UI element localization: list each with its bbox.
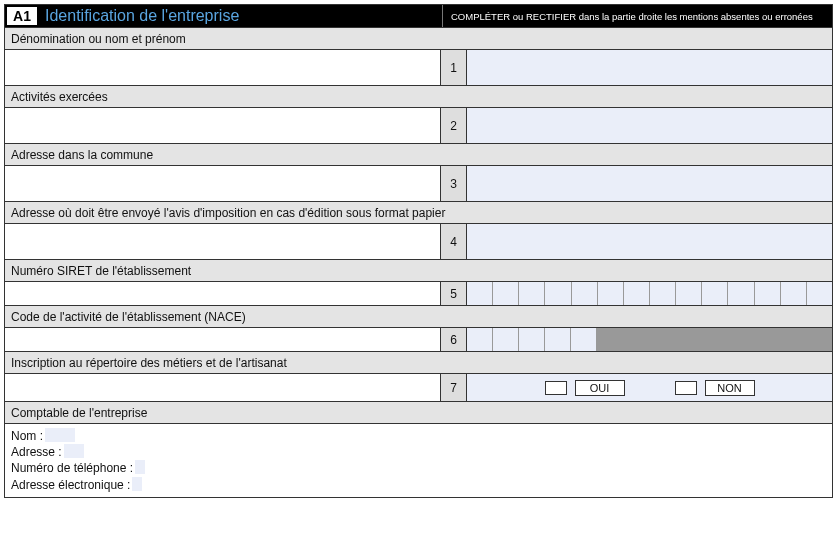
- display-nace: [5, 328, 441, 351]
- row-denomination: 1: [5, 49, 832, 85]
- section-title: Identification de l'entreprise: [37, 5, 442, 27]
- label-siret: Numéro SIRET de l'établissement: [5, 259, 832, 281]
- comptable-email-line: Adresse électronique :: [11, 477, 826, 493]
- comptable-adresse-value[interactable]: [64, 444, 84, 458]
- siret-digit[interactable]: [650, 282, 676, 305]
- nace-grid: [467, 328, 832, 351]
- section-code: A1: [7, 7, 37, 25]
- comptable-nom-value[interactable]: [45, 428, 75, 442]
- siret-digit[interactable]: [624, 282, 650, 305]
- siret-digit[interactable]: [598, 282, 624, 305]
- siret-digit[interactable]: [807, 282, 832, 305]
- field-number-1: 1: [441, 50, 467, 85]
- label-denomination: Dénomination ou nom et prénom: [5, 27, 832, 49]
- siret-digit[interactable]: [728, 282, 754, 305]
- yesno-group: OUI NON: [467, 374, 832, 401]
- display-denomination: [5, 50, 441, 85]
- row-adresse-avis: 4: [5, 223, 832, 259]
- nace-char[interactable]: [519, 328, 545, 351]
- comptable-adresse-label: Adresse :: [11, 444, 62, 460]
- siret-digit[interactable]: [702, 282, 728, 305]
- comptable-adresse-line: Adresse :: [11, 444, 826, 460]
- input-adresse-commune[interactable]: [467, 166, 832, 201]
- display-adresse-commune: [5, 166, 441, 201]
- row-nace: 6: [5, 327, 832, 351]
- label-oui: OUI: [575, 380, 625, 396]
- label-adresse-avis: Adresse où doit être envoyé l'avis d'imp…: [5, 201, 832, 223]
- input-adresse-avis[interactable]: [467, 224, 832, 259]
- display-siret: [5, 282, 441, 305]
- siret-digit[interactable]: [781, 282, 807, 305]
- comptable-tel-line: Numéro de téléphone :: [11, 460, 826, 476]
- row-activites: 2: [5, 107, 832, 143]
- field-number-6: 6: [441, 328, 467, 351]
- field-number-4: 4: [441, 224, 467, 259]
- siret-digit[interactable]: [572, 282, 598, 305]
- display-inscription: [5, 374, 441, 401]
- nace-char[interactable]: [545, 328, 571, 351]
- option-non: NON: [675, 380, 755, 396]
- comptable-tel-value[interactable]: [135, 460, 145, 474]
- siret-digit[interactable]: [676, 282, 702, 305]
- label-non: NON: [705, 380, 755, 396]
- input-denomination[interactable]: [467, 50, 832, 85]
- section-instruction: COMPLÉTER ou RECTIFIER dans la partie dr…: [443, 5, 832, 27]
- siret-digit[interactable]: [755, 282, 781, 305]
- comptable-email-label: Adresse électronique :: [11, 477, 130, 493]
- comptable-nom-line: Nom :: [11, 428, 826, 444]
- label-nace: Code de l'activité de l'établissement (N…: [5, 305, 832, 327]
- label-inscription: Inscription au répertoire des métiers et…: [5, 351, 832, 373]
- field-number-7: 7: [441, 374, 467, 401]
- display-adresse-avis: [5, 224, 441, 259]
- checkbox-non[interactable]: [675, 381, 697, 395]
- siret-digit[interactable]: [493, 282, 519, 305]
- siret-digit[interactable]: [545, 282, 571, 305]
- display-activites: [5, 108, 441, 143]
- row-adresse-commune: 3: [5, 165, 832, 201]
- input-nace[interactable]: [467, 328, 832, 351]
- comptable-email-value[interactable]: [132, 477, 142, 491]
- checkbox-oui[interactable]: [545, 381, 567, 395]
- comptable-block: Nom : Adresse : Numéro de téléphone : Ad…: [5, 423, 832, 497]
- section-header: A1 Identification de l'entreprise COMPLÉ…: [5, 5, 832, 27]
- siret-digit[interactable]: [519, 282, 545, 305]
- row-inscription: 7 OUI NON: [5, 373, 832, 401]
- nace-char[interactable]: [571, 328, 597, 351]
- comptable-nom-label: Nom :: [11, 428, 43, 444]
- field-number-5: 5: [441, 282, 467, 305]
- label-comptable: Comptable de l'entreprise: [5, 401, 832, 423]
- row-siret: 5: [5, 281, 832, 305]
- option-oui: OUI: [545, 380, 625, 396]
- label-adresse-commune: Adresse dans la commune: [5, 143, 832, 165]
- siret-grid: [467, 282, 832, 305]
- nace-char[interactable]: [467, 328, 493, 351]
- input-siret[interactable]: [467, 282, 832, 305]
- label-activites: Activités exercées: [5, 85, 832, 107]
- field-number-3: 3: [441, 166, 467, 201]
- input-activites[interactable]: [467, 108, 832, 143]
- comptable-tel-label: Numéro de téléphone :: [11, 460, 133, 476]
- siret-digit[interactable]: [467, 282, 493, 305]
- field-number-2: 2: [441, 108, 467, 143]
- form-section-a1: A1 Identification de l'entreprise COMPLÉ…: [4, 4, 833, 498]
- nace-char[interactable]: [493, 328, 519, 351]
- nace-disabled-area: [597, 328, 832, 351]
